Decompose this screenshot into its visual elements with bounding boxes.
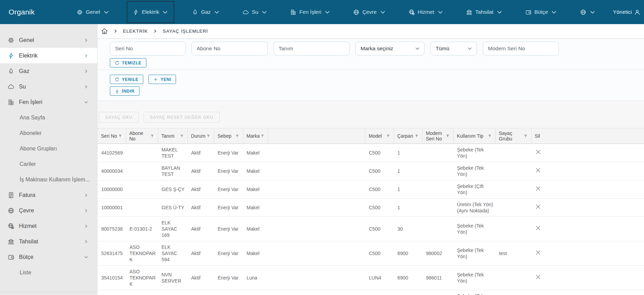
- sidebar-subitem-aboneler[interactable]: Aboneler: [0, 125, 97, 141]
- delete-button[interactable]: [535, 249, 541, 256]
- breadcrumb-item[interactable]: SAYAÇ İŞLEMLERİ: [163, 29, 208, 34]
- cell-arpan: 30: [394, 217, 422, 241]
- topnav-item-gaz[interactable]: Gaz: [187, 1, 225, 23]
- column-header-seri-no: Seri No: [97, 128, 126, 144]
- cell-seri-no: 80079463: [97, 290, 126, 295]
- table-row[interactable]: 35410154ASO TEKNOPARKNVN SERVERAktifEner…: [97, 265, 644, 290]
- download-button[interactable]: İNDIR: [110, 86, 139, 96]
- cell-tan-m: NVN SERVER: [158, 265, 187, 290]
- cell-saya-grubu: [495, 162, 531, 180]
- read-meter-button[interactable]: SAYAÇ OKU: [99, 112, 139, 123]
- app-brand[interactable]: Organik: [0, 8, 59, 16]
- filter-funnel-icon[interactable]: [206, 134, 210, 138]
- sidebar-subitem-cariler[interactable]: Cariler: [0, 156, 97, 172]
- topnav-item-fen-i-leri[interactable]: Fen İşleri: [285, 1, 336, 23]
- filter-funnel-icon[interactable]: [523, 134, 528, 138]
- toolbar-panel: YENILE YENI İNDIR: [97, 70, 644, 101]
- delete-button[interactable]: [535, 203, 541, 210]
- topnav-item-world[interactable]: [575, 1, 601, 23]
- home-icon[interactable]: [101, 28, 108, 35]
- invoice-icon: [8, 192, 14, 199]
- modem-seri-no-input[interactable]: [483, 42, 559, 55]
- cell-marka: Makel: [243, 290, 268, 295]
- sidebar-item-gaz[interactable]: Gaz: [0, 63, 97, 79]
- chevright-icon: [84, 84, 89, 89]
- filter-funnel-icon[interactable]: [235, 134, 239, 138]
- breadcrumb-item[interactable]: ELEKTRİK: [123, 29, 148, 34]
- sidebar-item-genel[interactable]: Genel: [0, 32, 97, 48]
- table-row[interactable]: 10000001GES Ü-TYAktifEnerji VarMakelC500…: [97, 198, 644, 217]
- cell-spacer: [268, 180, 365, 198]
- user-menu[interactable]: Yönetici: [613, 9, 644, 15]
- sidebar-item-fen-i-leri[interactable]: Fen İşleri: [0, 94, 97, 110]
- column-header-abone-no: Abone No: [126, 128, 158, 144]
- delete-button[interactable]: [535, 167, 541, 173]
- filter-funnel-icon[interactable]: [446, 134, 450, 138]
- filter-funnel-icon[interactable]: [386, 134, 390, 138]
- topnav-item-su[interactable]: Su: [237, 1, 273, 23]
- filter-funnel-icon[interactable]: [488, 134, 492, 138]
- sidebar-item-tahsilat[interactable]: Tahsilat: [0, 234, 97, 249]
- topnav-item-genel[interactable]: Genel: [71, 1, 114, 23]
- table-row[interactable]: 80079463CTG-010180079463AktifEnerji VarM…: [97, 290, 644, 295]
- topnav-item-hizmet[interactable]: Hizmet: [403, 1, 449, 23]
- delete-button[interactable]: [535, 185, 541, 192]
- sidebar-item-elektrik[interactable]: Elektrik: [0, 48, 97, 63]
- clear-button[interactable]: TEMIZLE: [110, 58, 146, 67]
- filter-funnel-icon[interactable]: [150, 134, 154, 138]
- refresh-icon: [115, 61, 120, 65]
- topnav-item-elektrik[interactable]: Elektrik: [127, 1, 175, 23]
- sidebar-item-b-t-e[interactable]: Bütçe: [0, 249, 97, 265]
- cell-durum: Aktif: [187, 265, 214, 290]
- sidebar-subitem-abone-gruplar[interactable]: Abone Grupları: [0, 141, 97, 156]
- seri-no-input[interactable]: [110, 42, 186, 55]
- sidebar-subitem-i-makinas-kullan-m-i-lem[interactable]: İş Makinası Kullanım İşlem...: [0, 172, 97, 187]
- delete-button[interactable]: [535, 149, 541, 155]
- chevdown-icon: [162, 9, 168, 15]
- topnav-item-b-t-e[interactable]: Bütçe: [520, 1, 563, 23]
- filter-funnel-icon[interactable]: [260, 134, 264, 138]
- table-row[interactable]: 80075238E-01301-2ELK SAYAC 169AktifEnerj…: [97, 217, 644, 241]
- sidebar-item-su[interactable]: Su: [0, 79, 97, 94]
- cell-arpan: 1: [394, 162, 422, 180]
- topnav-item-label: Hizmet: [418, 9, 434, 15]
- table-row[interactable]: 40000034BAYLAN TESTAktifEnerji VarMakelC…: [97, 162, 644, 180]
- column-label: Abone No: [129, 130, 150, 141]
- refresh-button[interactable]: YENILE: [110, 75, 143, 84]
- filter-funnel-icon[interactable]: [118, 134, 122, 138]
- cell-marka: Makel: [243, 180, 268, 198]
- table-body: 44102569MAKEL TESTAktifEnerji VarMakelC5…: [97, 144, 644, 295]
- filter-funnel-icon[interactable]: [415, 134, 419, 138]
- t-m-select[interactable]: Tümü: [430, 42, 477, 55]
- cell-abone-no: ASO TEKNOPARK: [126, 241, 158, 265]
- table-row[interactable]: 10000000GES Ş-ÇYAktifEnerji VarMakelC500…: [97, 180, 644, 198]
- new-button[interactable]: YENI: [148, 75, 176, 84]
- sidebar-subitem-ana-sayfa[interactable]: Ana Sayfa: [0, 110, 97, 125]
- topnav-item-label: Çevre: [362, 9, 376, 15]
- cell-abone-no: [126, 144, 158, 162]
- tan-m-input[interactable]: [273, 42, 350, 55]
- topnav-item-tahsilat[interactable]: Tahsilat: [461, 1, 508, 23]
- topnav-item-evre[interactable]: Çevre: [348, 1, 391, 23]
- table-row[interactable]: 52631475ASO TEKNOPARKELK SAYAC 594AktifE…: [97, 241, 644, 265]
- cell-model: C500: [365, 290, 394, 295]
- sidebar-subitem-liste[interactable]: Liste: [0, 265, 97, 280]
- sidebar-item-label: Çevre: [19, 207, 34, 214]
- topnav-item-label: Genel: [86, 9, 100, 15]
- cell-saya-grubu: [495, 290, 531, 295]
- sidebar-item-evre[interactable]: Çevre: [0, 203, 97, 218]
- delete-button[interactable]: [535, 225, 541, 231]
- wallet-icon: [525, 9, 532, 15]
- marka-se-iniz-select[interactable]: Marka seçiniz: [355, 42, 425, 55]
- table-row[interactable]: 44102569MAKEL TESTAktifEnerji VarMakelC5…: [97, 144, 644, 162]
- delete-button[interactable]: [535, 274, 541, 280]
- filter-row: Marka seçinizTümü: [110, 42, 644, 55]
- sidebar-item-fatura[interactable]: Fatura: [0, 187, 97, 203]
- filter-funnel-icon[interactable]: [180, 134, 184, 138]
- cell-seri-no: 10000000: [97, 180, 126, 198]
- sidebar-item-hizmet[interactable]: Hizmet: [0, 218, 97, 234]
- cell-model: LUN4: [365, 265, 394, 290]
- service-icon: [8, 223, 14, 230]
- abone-no-input[interactable]: [191, 42, 268, 55]
- read-reset-button[interactable]: SAYAÇ RESET DEĞER OKU: [144, 112, 220, 123]
